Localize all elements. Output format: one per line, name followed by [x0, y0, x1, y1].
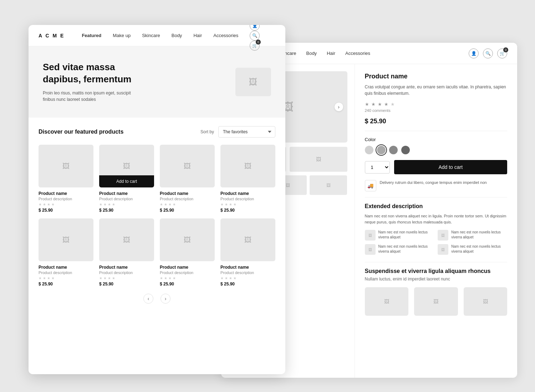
hero-subtitle: Proin leo risus, mattis non ipsum eget, … [43, 90, 143, 103]
product-price-7: $ 25.90 [160, 282, 215, 287]
small-icon-2: 🖼 [286, 183, 290, 188]
front-nav-link-featured[interactable]: Featured [82, 33, 101, 38]
product-price-5: $ 25.90 [39, 282, 93, 287]
p-star: ★ [43, 276, 46, 280]
p-star: ★ [103, 202, 107, 206]
back-nav-link-accessories[interactable]: Accessories [345, 51, 370, 56]
search-icon[interactable]: 🔍 [483, 48, 493, 58]
feature-thumb-3: 🖼 [365, 244, 376, 255]
products-section: Discover our featured products Sort by T… [29, 118, 285, 312]
bottom-product-img-1[interactable]: 🖼 [365, 287, 409, 316]
front-nav-link-hair[interactable]: Hair [193, 33, 202, 38]
user-icon[interactable]: 👤 [469, 48, 479, 58]
product-name-2: Product name [99, 191, 154, 196]
star-2: ★ [371, 102, 376, 107]
product-card-7[interactable]: 🖼 Product name Product description ★ ★ ★… [160, 218, 215, 287]
color-section: Color [365, 137, 508, 154]
p-star: ★ [112, 276, 115, 280]
extended-desc-text: Nam nec est non viverra aliquet nec in l… [365, 213, 508, 225]
p-star: ★ [99, 202, 102, 206]
product-img-4: 🖼 [220, 145, 275, 187]
hero-image-icon: 🖼 [249, 77, 258, 87]
front-nav-link-skincare[interactable]: Skincare [142, 33, 160, 38]
color-options [365, 146, 508, 154]
product-name-3: Product name [160, 191, 215, 196]
product-desc-8: Product description [220, 270, 275, 275]
p-star: ★ [160, 276, 163, 280]
product-img-1: 🖼 [39, 145, 93, 187]
products-grid: 🖼 Product name Product description ★ ★ ★… [39, 145, 275, 287]
front-card-navbar: A C M E Featured Make up Skincare Body H… [29, 25, 285, 46]
color-swatch-3[interactable] [389, 146, 398, 154]
product-img-icon-4: 🖼 [244, 162, 251, 170]
back-nav-link-body[interactable]: Body [306, 51, 317, 56]
comments-count: 240 comments [365, 108, 508, 113]
product-card-1[interactable]: 🖼 Product name Product description ★ ★ ★… [39, 145, 93, 213]
front-cart-icon[interactable]: 🛒 [250, 41, 260, 51]
product-desc-1: Product description [39, 197, 93, 201]
product-card-3[interactable]: 🖼 Product name Product description ★ ★ ★… [160, 145, 215, 213]
p-star: ★ [39, 202, 42, 206]
product-name-8: Product name [220, 265, 275, 270]
add-to-cart-button[interactable]: Add to cart [394, 160, 508, 174]
front-nav-link-makeup[interactable]: Make up [113, 33, 131, 38]
feature-item-2: 🖼 Nam nec est non nuvelis lectus viverra… [438, 230, 507, 241]
product-description-text: Cras volutpat congue ante, eu ornare sem… [365, 84, 508, 97]
product-img-icon-1: 🖼 [62, 162, 70, 170]
p-star: ★ [229, 276, 232, 280]
pagination-next[interactable]: › [160, 294, 170, 304]
product-name-6: Product name [99, 265, 154, 270]
product-price: $ 25.90 [365, 118, 508, 125]
product-stars-2: ★ ★ ★ ★ [99, 202, 154, 206]
product-stars-8: ★ ★ ★ ★ [220, 276, 275, 280]
color-label: Color [365, 137, 508, 142]
product-desc-2: Product description [99, 197, 154, 201]
color-swatch-4[interactable] [401, 146, 410, 154]
product-img-icon-7: 🖼 [184, 236, 191, 244]
front-nav-link-accessories[interactable]: Accessories [213, 33, 238, 38]
front-nav-link-body[interactable]: Body [172, 33, 182, 38]
p-star: ★ [225, 276, 228, 280]
p-star: ★ [173, 276, 176, 280]
sort-select[interactable]: The favorites Price: Low to High Price: … [218, 126, 275, 138]
product-price-8: $ 25.90 [220, 282, 275, 287]
product-small-3[interactable]: 🖼 [310, 175, 347, 195]
p-star: ★ [160, 202, 163, 206]
feature-text-2: Nam nec est non nuvelis lectus viverra a… [451, 230, 507, 240]
product-desc-3: Product description [160, 197, 215, 201]
star-1: ★ [365, 102, 369, 107]
back-nav-icons: 👤 🔍 🛒 [469, 48, 507, 58]
back-nav-link-hair[interactable]: Hair [327, 51, 335, 56]
bottom-product-img-3[interactable]: 🖼 [464, 287, 508, 316]
product-name-7: Product name [160, 265, 215, 270]
front-user-icon[interactable]: 👤 [250, 25, 260, 31]
image-next-arrow[interactable]: › [335, 103, 343, 111]
product-price-3: $ 25.90 [160, 208, 215, 213]
color-swatch-1[interactable] [365, 146, 373, 154]
product-price-2: $ 25.90 [99, 208, 154, 213]
product-card-6[interactable]: 🖼 Product name Product description ★ ★ ★… [99, 218, 154, 287]
product-img-icon-2: 🖼 [123, 162, 130, 170]
color-swatch-2[interactable] [377, 146, 386, 154]
product-card-2[interactable]: 🖼 Add to cart Product name Product descr… [99, 145, 154, 213]
pagination-prev[interactable]: ‹ [143, 294, 153, 304]
bottom-promo-section: Suspendisse et viverra ligula aliquam rh… [365, 262, 508, 316]
product-card-5[interactable]: 🖼 Product name Product description ★ ★ ★… [39, 218, 93, 287]
p-star: ★ [51, 202, 55, 206]
p-star: ★ [112, 202, 115, 206]
star-5: ★ [391, 102, 395, 107]
p-star: ★ [108, 202, 111, 206]
cart-icon[interactable]: 🛒 [497, 48, 507, 58]
product-thumb-2[interactable]: 🖼 [290, 147, 347, 172]
product-card-4[interactable]: 🖼 Product name Product description ★ ★ ★… [220, 145, 275, 213]
bottom-product-img-2[interactable]: 🖼 [414, 287, 458, 316]
front-search-icon[interactable]: 🔍 [250, 31, 260, 41]
feature-grid: 🖼 Nam nec est non nuvelis lectus viverra… [365, 230, 508, 255]
quantity-select[interactable]: 1 2 3 [365, 161, 390, 174]
p-star: ★ [168, 202, 172, 206]
add-to-cart-overlay-btn[interactable]: Add to cart [99, 175, 154, 187]
product-card-8[interactable]: 🖼 Product name Product description ★ ★ ★… [220, 218, 275, 287]
product-img-8: 🖼 [220, 218, 275, 261]
p-star: ★ [220, 202, 224, 206]
small-icon-3: 🖼 [326, 183, 331, 188]
